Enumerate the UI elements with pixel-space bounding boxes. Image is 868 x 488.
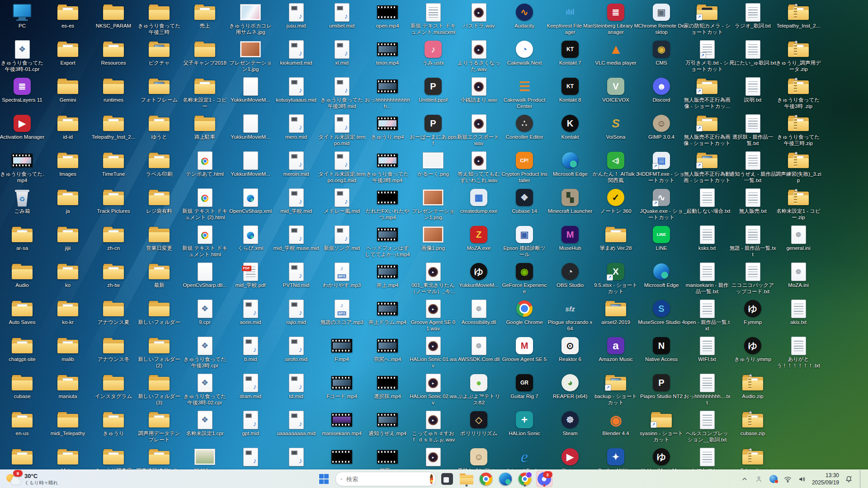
desktop-icon[interactable]: 調声練習(失敗)_3.zip xyxy=(775,151,822,183)
desktop-icon[interactable]: Export xyxy=(44,40,91,66)
desktop-icon[interactable]: ♪ xyxy=(227,447,274,467)
desktop-icon[interactable]: きゅうり食ってた午後三時 xyxy=(136,3,183,35)
desktop-icon[interactable]: ◕REAPER (x64) xyxy=(547,373,594,399)
desktop-icon[interactable]: open.mp4 xyxy=(364,3,411,29)
desktop-icon[interactable]: ♻ごみ箱 xyxy=(0,188,46,214)
desktop-icon[interactable]: ☰Cakewalk Product Center xyxy=(501,77,548,109)
desktop-icon[interactable]: ↗backup - ショートカット xyxy=(592,373,639,406)
desktop-icon[interactable]: ∿Audacity xyxy=(501,3,548,29)
desktop-icon[interactable]: ☻Discord xyxy=(638,77,685,103)
desktop-icon[interactable]: ありがとう！！！！！！.txt xyxy=(775,336,822,369)
desktop-icon[interactable]: ♪sirofo.mid xyxy=(273,336,320,362)
desktop-icon[interactable]: F.mp4 xyxy=(318,336,365,362)
desktop-icon[interactable]: ☺GIMP 3.0.4 xyxy=(638,114,685,140)
edge-button[interactable] xyxy=(497,471,514,487)
desktop-icon[interactable]: ヘルスコンプレッション__歌詞.txt xyxy=(684,410,731,443)
desktop-icon[interactable]: Pおーばーまにあ.ppsf xyxy=(410,114,457,146)
desktop-icon[interactable]: PDFmid_学校.pdf xyxy=(227,262,274,288)
desktop-icon[interactable]: ▸Groove Agent SE 01.wav xyxy=(410,299,457,332)
desktop-icon[interactable]: ♪meroin.mid xyxy=(273,151,320,177)
desktop-icon[interactable]: ↗無人販売不正行為画像 - ショートカッ... xyxy=(684,77,731,109)
weather-widget[interactable]: 9 30°C くもり時々晴れ xyxy=(4,470,61,488)
desktop-icon[interactable]: 説明.txt xyxy=(729,77,776,103)
desktop-icon[interactable]: GRGuitar Rig 7 xyxy=(501,373,548,399)
desktop-icon[interactable]: ▸よりうるさくなった.wav xyxy=(455,40,502,72)
desktop-icon[interactable]: ♪mid_学校.mid xyxy=(273,188,320,214)
desktop-icon[interactable]: きゅうり食ってた.mp4 xyxy=(0,151,46,183)
desktop-icon[interactable] xyxy=(0,447,46,467)
search-box[interactable] xyxy=(335,472,436,486)
desktop-icon[interactable]: PUntitled.ppsf xyxy=(410,77,457,103)
desktop-icon[interactable]: ▸001_東北きりたん（ノーマル）_今じゃ... xyxy=(410,262,457,295)
desktop-icon[interactable]: くらび.xml xyxy=(227,225,274,251)
desktop-icon[interactable]: ♪umibet.mid xyxy=(318,3,365,29)
desktop-icon[interactable]: zh-tw xyxy=(90,262,137,288)
desktop-icon[interactable]: ↗syasinn - ショートカット xyxy=(638,410,685,443)
desktop-icon[interactable]: きゅうり食ってた午後三時.zip xyxy=(775,114,822,146)
desktop-icon[interactable]: ♪タイトル未設定.tempo.orig1.mid xyxy=(318,151,365,183)
desktop-icon[interactable]: プレゼンテーション1.jpg xyxy=(227,40,274,72)
chrome-button[interactable] xyxy=(478,471,494,487)
desktop-icon[interactable]: ♪PVTNd.mid xyxy=(273,262,320,288)
desktop-icon[interactable]: Telepathy_Inst_2... xyxy=(775,3,822,29)
desktop-icon[interactable]: おっhhhhhhhhhhhhh... xyxy=(364,77,411,109)
desktop-icon[interactable]: Telepathy_Inst_2... xyxy=(90,114,137,140)
desktop-icon[interactable]: Track Pictures xyxy=(90,188,137,214)
desktop-icon[interactable]: きゅうり食ってた午後3時.mp4 xyxy=(364,151,411,183)
desktop-icon[interactable]: 名称未設定1 - コピー.zip xyxy=(775,188,822,221)
volume-icon[interactable] xyxy=(797,473,807,485)
desktop-icon[interactable]: ♪新規ソング.mid xyxy=(318,225,365,251)
tray-app-sphere-icon[interactable] xyxy=(769,473,778,485)
desktop-icon[interactable]: ko-kr xyxy=(44,299,91,325)
desktop-icon[interactable]: open - 親作品一覧.txt xyxy=(684,299,731,332)
desktop-icon[interactable]: aAmazon Music xyxy=(592,336,639,362)
desktop-icon[interactable]: ◔Cakewalk Next xyxy=(501,40,548,66)
desktop-icon[interactable]: PPiapro Studio NT2 xyxy=(638,373,685,399)
desktop-icon[interactable]: SMuseScore Studio 4 xyxy=(638,299,685,325)
desktop-icon[interactable]: Google Chrome xyxy=(501,299,548,325)
desktop-icon[interactable]: 新規 テキスト ドキュメント (2).html xyxy=(181,188,228,221)
desktop-icon[interactable]: 新しいフォルダー (3) xyxy=(136,373,183,406)
desktop-icon[interactable]: 画像1.png xyxy=(410,225,457,251)
desktop-icon[interactable]: ▸こってゅｈｄすおｆ ｄｓｂふぉ.wav xyxy=(410,410,457,443)
desktop-icon[interactable]: ♪タイトル未設定.tempo.mid xyxy=(318,114,365,146)
desktop-icon[interactable]: ▲VLC media player xyxy=(592,40,639,66)
desktop-icon[interactable]: manisekarin - 親作品一覧.txt xyxy=(684,262,731,295)
desktop-icon[interactable]: Microsoft Edge xyxy=(638,262,685,288)
desktop-icon[interactable]: ▸HALion Sonic 02.wav xyxy=(410,373,457,406)
desktop-icon[interactable]: ♪きゅうり食ってた午後3時.mid xyxy=(318,77,365,109)
desktop-icon[interactable]: 羽尻へ.mp4 xyxy=(364,336,411,362)
desktop-icon[interactable]: ▸HALion Sonic 01.wav xyxy=(410,336,457,369)
desktop-icon[interactable]: NNative Access xyxy=(638,336,685,362)
desktop-icon[interactable]: きゅうり.mp4 xyxy=(364,114,411,140)
desktop-icon[interactable]: Audio xyxy=(0,262,46,288)
desktop-icon[interactable]: _起動しない場合.txt xyxy=(684,188,731,214)
desktop-icon[interactable]: ♪uaaaaaaaaa.mid xyxy=(273,410,320,436)
desktop-icon[interactable]: ❖名称未設定1.cpr xyxy=(181,410,228,436)
desktop-icon[interactable]: ▤↗HDDFMT.exe - ショートカット xyxy=(638,151,685,183)
desktop-icon[interactable]: ☸general.ini xyxy=(775,225,822,251)
desktop-icon[interactable]: ♪td.mid xyxy=(273,373,320,399)
start-button[interactable] xyxy=(316,471,332,487)
desktop-icon[interactable]: ▣Epson 接続診断ツール xyxy=(501,225,548,258)
desktop-icon[interactable]: ♪mid_学校 muse.mid xyxy=(273,225,320,251)
desktop-icon[interactable]: ❖きゅうり食ってた午後3時-01.cpr xyxy=(0,40,46,72)
desktop-icon[interactable]: LINELINE xyxy=(638,225,685,251)
desktop-icon[interactable]: ↗無人販売不正行為動画 - ショートカット xyxy=(684,151,731,183)
desktop-icon[interactable]: teion.mp4 xyxy=(364,40,411,66)
desktop-icon[interactable]: ▸答え知っててもむずいわこれ.wav xyxy=(455,151,502,183)
desktop-icon[interactable]: jijii xyxy=(44,225,91,251)
desktop-icon[interactable]: WIFI.txt xyxy=(684,336,731,362)
desktop-icon[interactable]: ≣Steinberg Library Manager xyxy=(592,3,639,35)
desktop-icon[interactable]: ♪rajio.mid xyxy=(273,299,320,325)
desktop-icon[interactable]: ☸AWSSDK.Core.dll xyxy=(455,336,502,362)
desktop-icon[interactable]: ko xyxy=(44,262,91,288)
notification-bell-snooze-icon[interactable]: z xyxy=(844,473,854,485)
desktop-icon[interactable]: sfzPlogue sforzando x64 xyxy=(547,299,594,332)
desktop-icon[interactable]: Auto Saves xyxy=(0,299,46,325)
desktop-icon[interactable]: 営業日変更 xyxy=(136,225,183,251)
desktop-icon[interactable]: 新規 テキスト ドキュメント.musicxml xyxy=(410,3,457,35)
tray-person-icon[interactable] xyxy=(754,473,764,485)
desktop-icon[interactable]: ♪gpt.mid xyxy=(227,410,274,436)
desktop-icon[interactable]: cubase xyxy=(0,373,46,399)
